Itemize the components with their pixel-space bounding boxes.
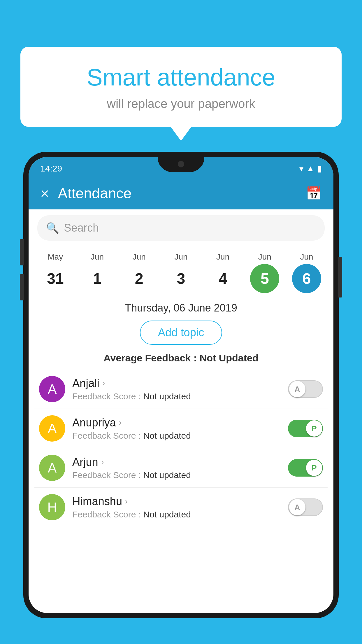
calendar-icon[interactable]: 📅: [306, 186, 322, 201]
wifi-icon: ▾: [299, 164, 303, 174]
app-bar: × Attendance 📅: [29, 177, 333, 209]
student-item-0: AAnjali›Feedback Score : Not updatedA: [34, 370, 328, 409]
student-avatar-3: H: [39, 494, 65, 520]
student-name-1[interactable]: Anupriya›: [72, 416, 281, 429]
avg-feedback-label: Average Feedback :: [103, 352, 197, 363]
student-avatar-1: A: [39, 415, 65, 442]
volume-down-button: [20, 274, 24, 300]
camera: [178, 161, 184, 167]
speech-bubble: Smart attendance will replace your paper…: [20, 47, 342, 127]
notch: [158, 157, 204, 172]
student-info-1: Anupriya›Feedback Score : Not updated: [72, 416, 281, 441]
calendar-day-5[interactable]: Jun5: [247, 252, 282, 293]
cal-date-5: 5: [250, 264, 279, 293]
student-info-3: Himanshu›Feedback Score : Not updated: [72, 495, 281, 519]
student-list: AAnjali›Feedback Score : Not updatedAAAn…: [29, 370, 333, 527]
cal-month-3: Jun: [174, 252, 187, 262]
cal-month-1: Jun: [91, 252, 104, 262]
app-title: Attendance: [58, 185, 297, 202]
speech-subtitle: will replace your paperwork: [35, 97, 327, 111]
search-icon: 🔍: [46, 222, 59, 234]
attendance-toggle-1[interactable]: P: [288, 420, 323, 437]
student-name-2[interactable]: Arjun›: [72, 456, 281, 468]
battery-icon: ▮: [317, 164, 322, 174]
calendar-day-1[interactable]: Jun1: [80, 252, 115, 293]
cal-date-1: 1: [83, 264, 112, 293]
student-item-1: AAnupriya›Feedback Score : Not updatedP: [34, 409, 328, 448]
search-input[interactable]: Search: [64, 222, 99, 234]
calendar-strip: May31Jun1Jun2Jun3Jun4Jun5Jun6: [29, 246, 333, 296]
attendance-toggle-3[interactable]: A: [288, 498, 323, 516]
phone-container: 14:29 ▾ ▲ ▮ × Attendance 📅 🔍 Search Ma: [23, 152, 339, 644]
student-name-text-0: Anjali: [72, 377, 99, 390]
student-info-0: Anjali›Feedback Score : Not updated: [72, 377, 281, 401]
cal-month-4: Jun: [216, 252, 229, 262]
avg-feedback-value: Not Updated: [200, 352, 259, 363]
cal-date-6: 6: [292, 264, 321, 293]
status-time: 14:29: [40, 164, 62, 174]
cal-month-0: May: [48, 252, 63, 262]
cal-month-6: Jun: [300, 252, 313, 262]
student-info-2: Arjun›Feedback Score : Not updated: [72, 456, 281, 480]
cal-date-3: 3: [166, 264, 196, 293]
student-avatar-2: A: [39, 455, 65, 481]
calendar-day-3[interactable]: Jun3: [164, 252, 198, 293]
feedback-score-3: Feedback Score : Not updated: [72, 510, 281, 519]
cal-date-2: 2: [124, 264, 154, 293]
chevron-icon-0: ›: [102, 379, 105, 388]
student-item-2: AArjun›Feedback Score : Not updatedP: [34, 448, 328, 488]
cal-month-2: Jun: [133, 252, 146, 262]
calendar-day-2[interactable]: Jun2: [122, 252, 157, 293]
status-icons: ▾ ▲ ▮: [299, 164, 322, 174]
student-name-text-2: Arjun: [72, 456, 98, 468]
feedback-score-0: Feedback Score : Not updated: [72, 391, 281, 401]
student-name-text-3: Himanshu: [72, 495, 122, 508]
student-name-3[interactable]: Himanshu›: [72, 495, 281, 508]
search-bar[interactable]: 🔍 Search: [37, 215, 325, 241]
attendance-toggle-0[interactable]: A: [288, 380, 323, 398]
calendar-day-0[interactable]: May31: [38, 252, 73, 293]
signal-icon: ▲: [306, 164, 314, 173]
phone-outer: 14:29 ▾ ▲ ▮ × Attendance 📅 🔍 Search Ma: [23, 152, 339, 618]
calendar-day-4[interactable]: Jun4: [205, 252, 240, 293]
cal-date-4: 4: [208, 264, 238, 293]
selected-date: Thursday, 06 June 2019: [29, 296, 333, 317]
speech-title: Smart attendance: [35, 64, 327, 90]
calendar-day-6[interactable]: Jun6: [289, 252, 324, 293]
feedback-score-2: Feedback Score : Not updated: [72, 470, 281, 480]
student-name-0[interactable]: Anjali›: [72, 377, 281, 390]
avg-feedback: Average Feedback : Not Updated: [29, 348, 333, 370]
cal-date-0: 31: [41, 264, 70, 293]
chevron-icon-1: ›: [119, 418, 122, 427]
add-topic-button[interactable]: Add topic: [140, 321, 222, 345]
phone-screen: 14:29 ▾ ▲ ▮ × Attendance 📅 🔍 Search Ma: [29, 157, 333, 613]
student-item-3: HHimanshu›Feedback Score : Not updatedA: [34, 488, 328, 527]
power-button: [338, 257, 342, 298]
student-avatar-0: A: [39, 376, 65, 402]
attendance-toggle-2[interactable]: P: [288, 459, 323, 477]
chevron-icon-3: ›: [125, 497, 128, 506]
feedback-score-1: Feedback Score : Not updated: [72, 431, 281, 441]
student-name-text-1: Anupriya: [72, 416, 116, 429]
volume-up-button: [20, 239, 24, 265]
cal-month-5: Jun: [258, 252, 271, 262]
speech-bubble-container: Smart attendance will replace your paper…: [20, 47, 342, 127]
close-button[interactable]: ×: [40, 186, 49, 201]
chevron-icon-2: ›: [101, 457, 104, 467]
